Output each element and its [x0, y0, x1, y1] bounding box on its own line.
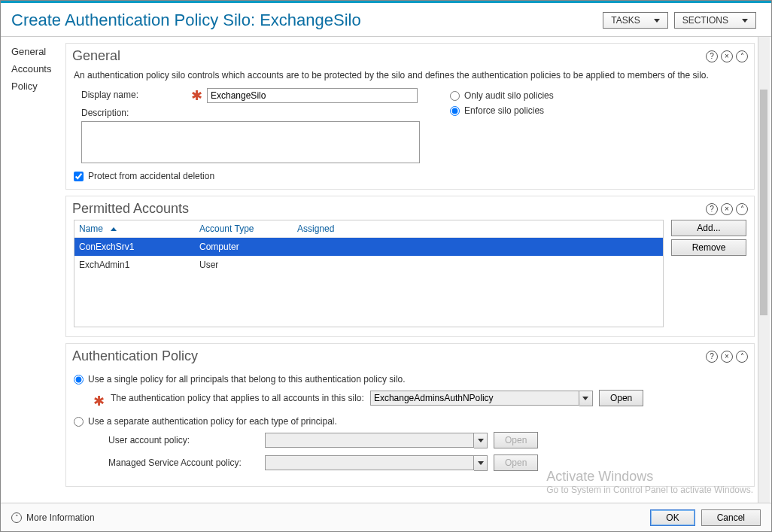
- section-general: General ? × ˄ An authentication policy s…: [65, 43, 755, 190]
- single-policy-label: Use a single policy for all principals t…: [88, 374, 406, 385]
- sidebar-item-policy[interactable]: Policy: [11, 78, 65, 95]
- chevron-down-icon[interactable]: [474, 455, 488, 471]
- close-icon[interactable]: ×: [721, 351, 733, 363]
- required-icon: ✱: [93, 397, 105, 406]
- main-content: General ? × ˄ An authentication policy s…: [65, 37, 771, 525]
- page-header: Create Authentication Policy Silo: Excha…: [1, 3, 771, 37]
- open-button[interactable]: Open: [599, 390, 643, 406]
- collapse-icon[interactable]: ˄: [736, 50, 748, 62]
- user-policy-input[interactable]: [265, 433, 474, 448]
- msa-policy-input[interactable]: [265, 455, 474, 470]
- display-name-input[interactable]: [207, 88, 418, 103]
- single-policy-input[interactable]: [370, 391, 579, 406]
- separate-policy-label: Use a separate authentication policy for…: [88, 416, 337, 427]
- close-icon[interactable]: ×: [721, 50, 733, 62]
- description-label: Description:: [81, 106, 187, 118]
- separate-policy-radio[interactable]: [74, 417, 84, 427]
- column-header-name[interactable]: Name: [79, 223, 199, 234]
- section-title-accounts: Permitted Accounts: [72, 201, 703, 217]
- col-name-text: Name: [79, 223, 103, 234]
- enforce-radio-row[interactable]: Enforce silo policies: [450, 103, 554, 118]
- column-header-assigned[interactable]: Assigned: [297, 223, 334, 234]
- cancel-button[interactable]: Cancel: [701, 509, 761, 526]
- protect-checkbox[interactable]: [74, 172, 84, 181]
- chevron-down-icon: [742, 19, 748, 23]
- section-title-general: General: [72, 48, 703, 64]
- enforce-label: Enforce silo policies: [464, 105, 544, 116]
- chevron-down-icon[interactable]: [579, 391, 593, 406]
- column-header-type[interactable]: Account Type: [199, 223, 297, 234]
- collapse-icon[interactable]: ˄: [736, 203, 748, 215]
- cell-name: ExchAdmin1: [79, 260, 199, 270]
- help-icon[interactable]: ?: [706, 351, 718, 363]
- single-policy-desc: The authentication policy that applies t…: [111, 393, 364, 403]
- audit-radio[interactable]: [450, 91, 460, 101]
- msa-policy-label: Managed Service Account policy:: [108, 458, 259, 468]
- protect-label: Protect from accidental deletion: [88, 171, 214, 181]
- cell-type: Computer: [199, 242, 297, 252]
- sort-ascending-icon: [111, 227, 117, 231]
- description-textarea[interactable]: [81, 121, 420, 163]
- single-policy-radio[interactable]: [74, 375, 84, 385]
- help-icon[interactable]: ?: [706, 203, 718, 215]
- sidebar: General Accounts Policy: [1, 37, 65, 525]
- section-title-policy: Authentication Policy: [72, 348, 703, 364]
- remove-button[interactable]: Remove: [671, 239, 746, 256]
- user-policy-combo[interactable]: [265, 433, 488, 448]
- separate-policy-radio-row[interactable]: Use a separate authentication policy for…: [74, 414, 746, 429]
- ok-button[interactable]: OK: [650, 509, 694, 526]
- tasks-dropdown[interactable]: TASKS: [603, 12, 667, 29]
- single-policy-combo[interactable]: [370, 391, 593, 406]
- sections-label: SECTIONS: [682, 15, 728, 26]
- collapse-icon[interactable]: ˄: [736, 351, 748, 363]
- add-button[interactable]: Add...: [671, 220, 746, 236]
- msa-policy-combo[interactable]: [265, 455, 488, 471]
- section-permitted-accounts: Permitted Accounts ? × ˄ Name Account Ty…: [65, 196, 755, 337]
- page-title: Create Authentication Policy Silo: Excha…: [11, 11, 597, 30]
- required-icon: ✱: [191, 91, 202, 100]
- enforce-radio[interactable]: [450, 106, 460, 116]
- display-name-label: Display name:: [81, 88, 187, 100]
- footer-bar: ˄ More Information OK Cancel: [1, 503, 771, 531]
- sidebar-item-general[interactable]: General: [11, 43, 65, 60]
- audit-radio-row[interactable]: Only audit silo policies: [450, 88, 554, 103]
- chevron-down-icon: [654, 19, 660, 23]
- cell-name: ConExchSrv1: [79, 242, 199, 252]
- chevron-up-icon: ˄: [11, 512, 22, 523]
- section-authentication-policy: Authentication Policy ? × ˄ Use a single…: [65, 343, 755, 487]
- open-button[interactable]: Open: [494, 454, 538, 471]
- tasks-label: TASKS: [611, 15, 640, 26]
- table-row[interactable]: ExchAdmin1 User: [74, 256, 663, 274]
- scrollbar-thumb[interactable]: [760, 90, 767, 315]
- chevron-down-icon[interactable]: [474, 433, 488, 448]
- close-icon[interactable]: ×: [721, 203, 733, 215]
- vertical-scrollbar[interactable]: [758, 37, 770, 525]
- single-policy-radio-row[interactable]: Use a single policy for all principals t…: [74, 372, 746, 387]
- more-info-label: More Information: [26, 512, 95, 523]
- table-row[interactable]: ConExchSrv1 Computer: [74, 238, 663, 256]
- cell-type: User: [199, 260, 297, 270]
- help-icon[interactable]: ?: [706, 50, 718, 62]
- audit-label: Only audit silo policies: [464, 90, 554, 101]
- user-policy-label: User account policy:: [108, 435, 259, 445]
- sidebar-item-accounts[interactable]: Accounts: [11, 60, 65, 78]
- sections-dropdown[interactable]: SECTIONS: [674, 12, 756, 29]
- more-information-toggle[interactable]: ˄ More Information: [11, 512, 644, 523]
- open-button[interactable]: Open: [494, 432, 538, 448]
- general-description: An authentication policy silo controls w…: [66, 67, 754, 87]
- accounts-table: Name Account Type Assigned ConExchSrv1 C…: [74, 220, 664, 327]
